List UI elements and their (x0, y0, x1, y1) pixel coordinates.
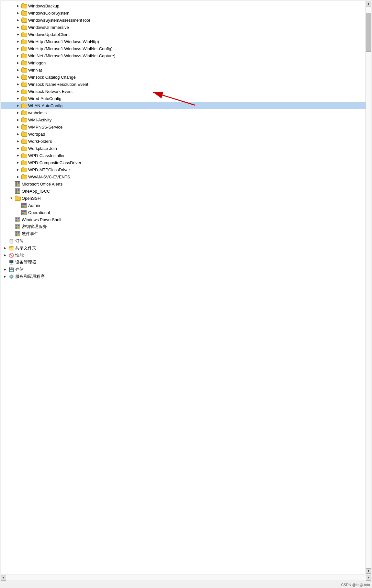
expander-icon[interactable]: ▶ (15, 32, 20, 37)
item-label: 共享文件夹 (15, 245, 36, 251)
list-item[interactable]: ▶Winsock NameResolution Event (1, 81, 371, 88)
list-item[interactable]: ▶Operational (1, 209, 371, 216)
item-label: OpenSSH (22, 196, 41, 201)
list-item[interactable]: ▶WindowsUpdateClient (1, 31, 371, 38)
list-item[interactable]: ▶WPD-MTPClassDriver (1, 166, 371, 173)
folder-icon (21, 39, 27, 44)
list-item[interactable]: ▶WindowsSystemAssessmentTool (1, 17, 371, 24)
list-item[interactable]: ▶Wordpad (1, 130, 371, 138)
expander-icon[interactable]: ▶ (15, 96, 20, 101)
scrollbar-vertical[interactable]: ▲ ▼ (366, 1, 371, 574)
expander-icon[interactable]: ▶ (15, 82, 20, 87)
list-item[interactable]: ▶Wired-AutoConfig (1, 95, 371, 102)
expander-icon[interactable]: ▶ (2, 267, 7, 272)
folder-icon (21, 25, 27, 30)
expander-icon[interactable]: ▶ (15, 89, 20, 94)
list-item[interactable]: ▶🚫性能 (1, 252, 371, 259)
list-item[interactable]: ▶Admin (1, 202, 371, 209)
list-item[interactable]: ▶WPD-CompositeClassDriver (1, 159, 371, 166)
list-item[interactable]: ▶⚙️服务和应用程序 (1, 273, 371, 280)
expander-icon[interactable]: ▶ (15, 39, 20, 44)
list-item[interactable]: ▶💾存储 (1, 266, 371, 273)
log-icon (15, 224, 21, 229)
folder-icon (21, 74, 27, 80)
folder-icon (21, 46, 27, 51)
scroll-thumb-vertical[interactable] (366, 13, 371, 52)
list-item[interactable]: ▼OpenSSH (1, 195, 371, 202)
list-item[interactable]: ▶WindowsBackup (1, 2, 371, 9)
list-item[interactable]: ▶Windows PowerShell (1, 216, 371, 223)
list-item[interactable]: ▶Microsoft Office Alerts (1, 180, 371, 187)
expander-icon[interactable]: ▼ (9, 196, 14, 201)
list-item[interactable]: ▶Workplace Join (1, 145, 371, 152)
expander-icon[interactable]: ▶ (15, 60, 20, 65)
list-item[interactable]: ▶🖥️设备管理器 (1, 259, 371, 266)
expander-icon[interactable]: ▶ (2, 245, 7, 251)
expander-icon[interactable]: ▶ (15, 110, 20, 115)
expander-icon[interactable]: ▶ (15, 124, 20, 130)
expander-icon[interactable]: ▶ (15, 67, 20, 73)
scrollbar-horizontal[interactable]: ◄ ► (1, 575, 371, 580)
list-item[interactable]: ▶WindowsUIImmersive (1, 24, 371, 31)
list-item[interactable]: ▶Winsock Catalog Change (1, 74, 371, 81)
scroll-up-button[interactable]: ▲ (366, 1, 371, 6)
item-label: 订阅 (15, 238, 24, 244)
list-item[interactable]: ▶硬件事件 (1, 230, 371, 237)
expander-icon[interactable]: ▶ (15, 139, 20, 144)
item-label: WPD-ClassInstaller (28, 153, 65, 158)
expander-icon[interactable]: ▶ (15, 167, 20, 172)
item-label: Winsock Network Event (28, 89, 73, 94)
list-item[interactable]: ▶WinINet (Microsoft-Windows-WinINet-Capt… (1, 52, 371, 59)
list-item[interactable]: ▶WinHttp (Microsoft-Windows-WinINet-Conf… (1, 45, 371, 52)
list-item[interactable]: ▶密钥管理服务 (1, 223, 371, 230)
expander-icon[interactable]: ▶ (15, 146, 20, 151)
scroll-down-button[interactable]: ▼ (366, 568, 371, 574)
scroll-right-button[interactable]: ► (366, 575, 371, 581)
list-item[interactable]: ▶WindowsColorSystem (1, 9, 371, 17)
expander-icon[interactable]: ▶ (15, 117, 20, 122)
expander-icon[interactable]: ▶ (15, 174, 20, 179)
scroll-track-vertical[interactable] (366, 6, 371, 568)
special-icon: 🖥️ (8, 260, 14, 265)
expander-icon[interactable]: ▶ (15, 103, 20, 108)
item-label: 存储 (15, 266, 24, 272)
expander-icon[interactable]: ▶ (15, 10, 20, 16)
expander-icon[interactable]: ▶ (2, 274, 7, 279)
folder-icon (21, 60, 27, 65)
item-label: 设备管理器 (15, 259, 36, 265)
expander-icon[interactable]: ▶ (15, 160, 20, 165)
list-item[interactable]: ▶📋订阅 (1, 237, 371, 244)
expander-icon[interactable]: ▶ (2, 253, 7, 258)
expander-icon[interactable]: ▶ (15, 131, 20, 137)
scroll-left-button[interactable]: ◄ (1, 575, 6, 581)
expander-icon[interactable]: ▶ (15, 46, 20, 51)
list-item[interactable]: ▶WPD-ClassInstaller (1, 152, 371, 159)
expander-icon[interactable]: ▶ (15, 153, 20, 158)
folder-icon (21, 124, 27, 130)
list-item[interactable]: ▶WLAN-AutoConfig (1, 102, 371, 109)
expander-icon[interactable]: ▶ (15, 25, 20, 30)
list-item[interactable]: ▶Winsock Network Event (1, 88, 371, 95)
folder-icon (21, 103, 27, 108)
folder-icon (21, 167, 27, 172)
list-item[interactable]: ▶WinHttp (Microsoft-Windows-WinHttp) (1, 38, 371, 45)
list-item[interactable]: ▶WinNat (1, 66, 371, 74)
list-item[interactable]: ▶WWAN-SVC-EVENTS (1, 173, 371, 180)
expander-icon[interactable]: ▶ (15, 3, 20, 8)
list-item[interactable]: ▶🗂️共享文件夹 (1, 244, 371, 252)
list-item[interactable]: ▶OneApp_IGCC (1, 187, 371, 195)
tree-content: ▶WindowsBackup▶WindowsColorSystem▶Window… (1, 1, 371, 281)
item-label: WindowsUpdateClient (28, 32, 70, 37)
special-icon: 💾 (8, 267, 14, 272)
expander-icon[interactable]: ▶ (15, 17, 20, 23)
list-item[interactable]: ▶Winlogon (1, 59, 371, 66)
expander-icon[interactable]: ▶ (15, 53, 20, 58)
list-item[interactable]: ▶WMPNSS-Service (1, 123, 371, 130)
folder-icon (21, 153, 27, 158)
list-item[interactable]: ▶WorkFolders (1, 138, 371, 145)
list-item[interactable]: ▶wmbclass (1, 109, 371, 116)
special-icon: 📋 (8, 238, 14, 243)
item-label: WindowsColorSystem (28, 11, 69, 16)
expander-icon[interactable]: ▶ (15, 74, 20, 80)
list-item[interactable]: ▶WMI-Activity (1, 116, 371, 123)
